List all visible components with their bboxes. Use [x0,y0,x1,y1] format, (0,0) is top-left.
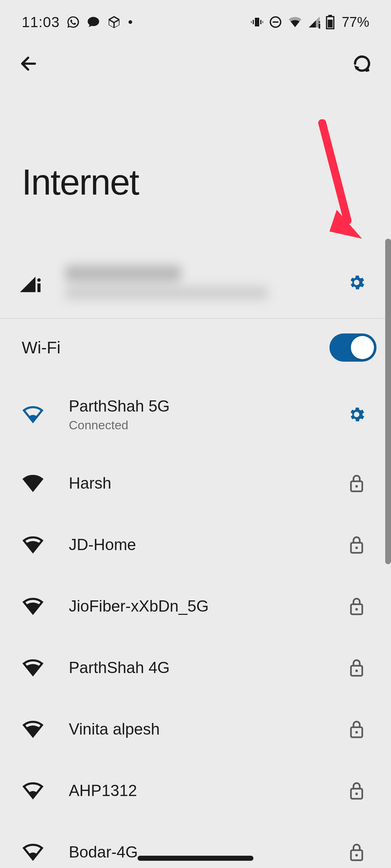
cellular-icon [18,271,51,294]
wifi-network-row[interactable]: Vinita alpesh [0,698,391,760]
wifi-settings-button[interactable] [344,405,369,424]
package-icon [107,15,121,29]
lock-icon [344,843,369,861]
wifi-switch[interactable] [329,333,377,362]
wifi-status-icon [287,16,303,29]
wifi-signal-icon [22,536,69,554]
wifi-network-name: Vinita alpesh [69,720,344,738]
whatsapp-icon [66,15,80,29]
wifi-network-row[interactable]: JioFiber-xXbDn_5G [0,575,391,637]
wifi-signal-icon [22,474,69,492]
scrollbar[interactable] [385,239,391,564]
svg-rect-9 [37,283,41,292]
wifi-network-row[interactable]: Bodar-4G [0,821,391,868]
page-title: Internet [0,78,391,246]
wifi-network-row[interactable]: AHP1312 [0,760,391,821]
mobile-network-text [51,265,344,300]
svg-point-4 [319,21,320,23]
dnd-icon [269,15,282,29]
status-bar: 11:03 77% [0,0,391,35]
gesture-bar[interactable] [138,856,253,861]
svg-rect-7 [328,20,332,27]
wifi-network-name: Harsh [69,474,344,492]
mobile-settings-button[interactable] [344,273,369,292]
wifi-network-status: Connected [69,418,344,432]
lock-icon [344,597,369,616]
wifi-network-row[interactable]: JD-Home [0,514,391,575]
svg-point-10 [37,278,41,282]
dot-icon [128,20,133,25]
wifi-signal-icon [22,782,69,800]
svg-rect-3 [319,24,320,29]
svg-point-22 [356,792,358,795]
lock-icon [344,720,369,739]
vibrate-icon [251,16,264,29]
wifi-label: Wi-Fi [22,338,60,357]
wifi-network-name: ParthShah 5G [69,397,344,415]
wifi-networks-list: HarshJD-HomeJioFiber-xXbDn_5GParthShah 4… [0,452,391,868]
wifi-signal-icon [22,597,69,615]
wifi-network-row[interactable]: Harsh [0,452,391,514]
wifi-signal-icon [22,405,69,424]
reset-wifi-button[interactable] [348,49,377,78]
svg-point-18 [356,669,358,672]
svg-point-16 [356,608,358,610]
chat-icon [87,15,100,29]
wifi-signal-icon [22,659,69,677]
app-bar [0,35,391,78]
cellular-status-icon [308,16,321,29]
svg-point-12 [356,485,358,488]
lock-icon [344,474,369,493]
lock-icon [344,658,369,677]
svg-point-24 [356,854,358,856]
wifi-signal-icon [22,720,69,738]
wifi-network-row[interactable]: ParthShah 4G [0,637,391,698]
wifi-network-name: JD-Home [69,536,344,554]
mobile-network-row[interactable] [0,246,391,319]
battery-icon [326,15,335,29]
wifi-network-name: ParthShah 4G [69,659,344,677]
back-button[interactable] [14,49,43,78]
wifi-network-name: AHP1312 [69,782,344,800]
wifi-signal-icon [22,843,69,861]
wifi-network-row[interactable]: ParthShah 5G Connected [0,376,391,452]
svg-point-14 [356,546,358,549]
battery-percent: 77% [342,14,369,30]
wifi-toggle-row: Wi-Fi [0,319,391,376]
lock-icon [344,781,369,800]
wifi-network-name: JioFiber-xXbDn_5G [69,597,344,615]
svg-point-20 [356,731,358,733]
svg-point-0 [129,20,132,24]
lock-icon [344,535,369,554]
status-time: 11:03 [22,14,60,30]
